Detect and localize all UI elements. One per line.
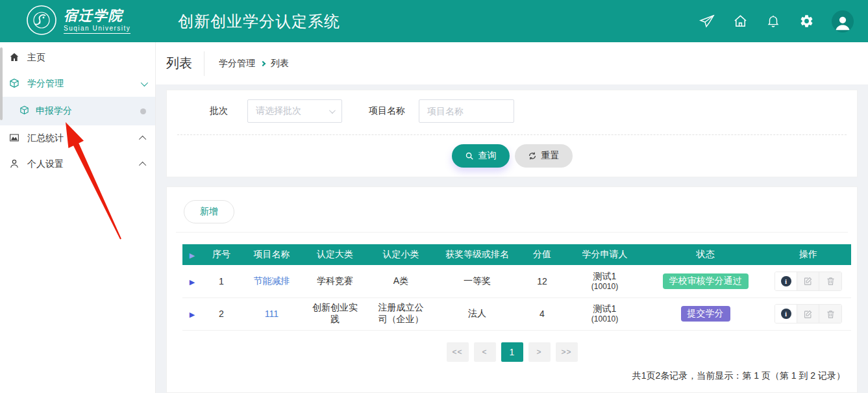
query-button[interactable]: 查询: [452, 144, 510, 168]
pagination-page-1[interactable]: 1: [501, 342, 523, 362]
expand-all-header[interactable]: ▶: [182, 244, 202, 265]
breadcrumb-bar: 列表 学分管理 列表: [156, 42, 868, 84]
pagination: << < 1 > >>: [175, 342, 849, 362]
breadcrumb-current: 列表: [271, 58, 289, 70]
table-row: ▶ 1 节能减排 学科竞赛 A类 一等奖 12 测试1 (10010) 学校审核…: [182, 265, 851, 298]
reset-button-label: 重置: [541, 150, 560, 162]
top-header: 宿迁学院 Suqian University 创新创业学分认定系统: [0, 0, 868, 42]
edit-button[interactable]: [797, 272, 819, 290]
chevron-down-icon: [329, 107, 336, 114]
cell-category: 学科竞赛: [303, 265, 367, 298]
table-header: ▶ 序号 项目名称 认定大类 认定小类 获奖等级或排名 分值 学分申请人 状态 …: [182, 244, 851, 265]
batch-select-placeholder: 请选择批次: [256, 105, 301, 117]
edit-icon: [803, 276, 813, 286]
pagination-next[interactable]: >: [528, 342, 551, 362]
divider: [176, 232, 848, 233]
sidebar-item-label: 汇总统计: [27, 133, 64, 144]
pagination-prev[interactable]: <: [474, 342, 496, 362]
app-title: 创新创业学分认定系统: [178, 11, 340, 32]
university-seal-icon: [26, 5, 57, 38]
sidebar-item-label: 学分管理: [27, 78, 64, 90]
record-summary: 共1页2条记录，当前显示：第 1 页（第 1 到 2 记录）: [175, 370, 849, 388]
add-button[interactable]: 新增: [184, 200, 234, 223]
sidebar-scrollbar-thumb[interactable]: [0, 47, 3, 120]
user-avatar[interactable]: [832, 10, 854, 32]
cell-score: 4: [520, 298, 564, 330]
chevron-up-icon: [139, 136, 146, 143]
credits-table: ▶ 序号 项目名称 认定大类 认定小类 获奖等级或排名 分值 学分申请人 状态 …: [182, 244, 851, 331]
divider: [204, 51, 205, 76]
edit-icon: [803, 309, 813, 319]
page-title: 列表: [166, 55, 192, 72]
applicant-name: 测试1: [571, 303, 639, 315]
university-name-en: Suqian University: [64, 23, 130, 34]
gear-icon[interactable]: [799, 14, 814, 29]
main-content: 列表 学分管理 列表 批次 请选择批次 项目名称: [156, 42, 868, 393]
chevron-right-icon: [260, 60, 266, 66]
project-name-input[interactable]: [419, 99, 514, 123]
trash-icon: [826, 309, 836, 319]
sidebar-item-personal-settings[interactable]: 个人设置: [0, 151, 155, 177]
col-header-subcategory: 认定小类: [367, 244, 434, 265]
topbar-actions: [699, 10, 854, 32]
cell-applicant: 测试1 (10010): [564, 265, 645, 298]
chevron-up-icon: [139, 162, 146, 169]
row-operations: i: [775, 272, 842, 291]
sidebar-item-label: 主页: [27, 52, 45, 64]
applicant-number: (10010): [571, 314, 639, 324]
sidebar-item-summary-statistics[interactable]: 汇总统计: [0, 125, 155, 151]
pagination-first[interactable]: <<: [447, 342, 469, 362]
project-name-link[interactable]: 111: [265, 309, 279, 319]
info-button[interactable]: i: [775, 272, 797, 290]
expand-row-icon[interactable]: ▶: [190, 278, 195, 286]
sidebar-item-credit-management[interactable]: 学分管理: [0, 71, 155, 97]
breadcrumb-parent[interactable]: 学分管理: [219, 58, 255, 70]
col-header-no: 序号: [202, 244, 241, 265]
cell-category: 创新创业实践: [303, 298, 367, 330]
info-icon: i: [781, 309, 791, 319]
info-button[interactable]: i: [775, 305, 797, 323]
sidebar-item-home[interactable]: 主页: [0, 45, 155, 71]
table-row: ▶ 2 111 创新创业实践 注册成立公司（企业） 法人 4 测试1 (1001…: [182, 298, 851, 330]
batch-select[interactable]: 请选择批次: [247, 99, 342, 123]
project-name-link[interactable]: 节能减排: [254, 275, 290, 286]
pagination-last[interactable]: >>: [556, 342, 578, 362]
col-header-category: 认定大类: [303, 244, 367, 265]
cell-score: 12: [520, 265, 564, 298]
cell-no: 1: [202, 265, 241, 298]
applicant-number: (10010): [571, 282, 639, 292]
col-header-operations: 操作: [765, 244, 851, 265]
cube-icon: [9, 78, 19, 90]
col-header-applicant: 学分申请人: [564, 244, 645, 265]
status-dot: [140, 108, 146, 114]
refresh-icon: [528, 151, 537, 160]
paper-plane-icon[interactable]: [699, 14, 715, 29]
cell-award: 法人: [434, 298, 520, 330]
delete-button[interactable]: [819, 305, 841, 323]
expand-all-icon: ▶: [190, 251, 195, 259]
edit-button[interactable]: [797, 305, 819, 323]
main-layout: 主页 学分管理 申报学分: [0, 42, 868, 393]
query-button-label: 查询: [478, 150, 497, 162]
col-header-score: 分值: [520, 244, 564, 265]
cell-subcategory: A类: [367, 265, 434, 298]
cell-applicant: 测试1 (10010): [564, 298, 645, 330]
university-logo: 宿迁学院 Suqian University: [26, 5, 147, 38]
cube-icon: [19, 105, 29, 117]
search-icon: [465, 151, 474, 160]
bell-icon[interactable]: [765, 14, 781, 29]
reset-button[interactable]: 重置: [515, 144, 573, 168]
trash-icon: [826, 276, 836, 286]
delete-button[interactable]: [819, 272, 841, 290]
chevron-down-icon: [141, 79, 148, 86]
cell-subcategory: 注册成立公司（企业）: [367, 298, 434, 330]
expand-row-icon[interactable]: ▶: [190, 311, 195, 318]
home-icon: [9, 52, 19, 64]
user-icon: [9, 158, 19, 171]
chart-icon: [9, 133, 19, 145]
row-operations: i: [775, 304, 842, 323]
status-badge: 提交学分: [681, 306, 730, 322]
sidebar-item-declare-credit[interactable]: 申报学分: [0, 97, 155, 125]
col-header-project-name: 项目名称: [241, 244, 303, 265]
home-icon[interactable]: [732, 14, 748, 29]
